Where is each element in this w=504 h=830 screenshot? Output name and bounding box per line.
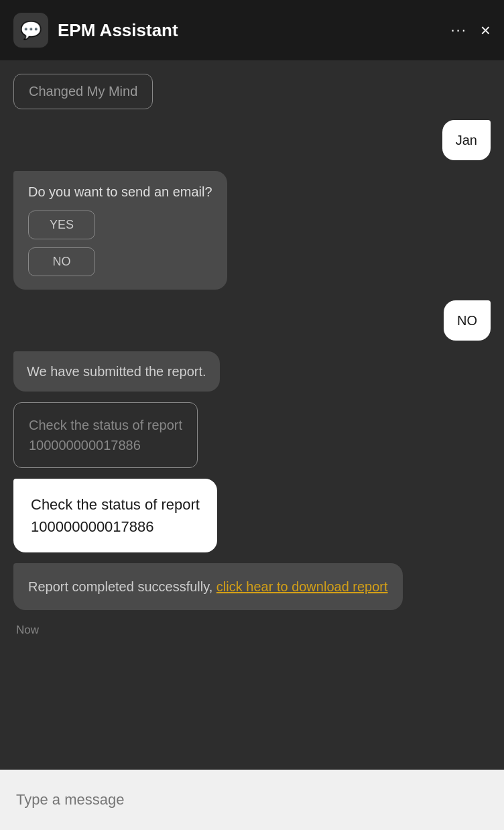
message-row-email-question: Do you want to send an email? YES NO [13, 171, 491, 290]
check-status-white-bubble: Check the status of report 1000000000178… [13, 479, 217, 552]
email-question-text: Do you want to send an email? [28, 184, 212, 200]
assistant-icon: 💬 [13, 13, 48, 48]
user-bubble-no: NO [444, 300, 491, 341]
check-status-line2: 100000000017886 [29, 435, 182, 455]
more-options-button[interactable]: ··· [450, 21, 466, 39]
changed-my-mind-button[interactable]: Changed My Mind [13, 74, 153, 109]
message-row-changed-mind: Changed My Mind [13, 74, 491, 109]
report-completed-bubble: Report completed successfully, click hea… [13, 563, 403, 610]
yes-button[interactable]: YES [28, 211, 95, 239]
message-row-check-status-outlined: Check the status of report 1000000000178… [13, 402, 491, 468]
chat-area: Changed My Mind Jan Do you want to send … [0, 60, 504, 770]
message-row-check-status-white: Check the status of report 1000000000178… [13, 479, 491, 552]
download-report-link[interactable]: click hear to download report [216, 579, 388, 594]
message-row-submitted: We have submitted the report. [13, 351, 491, 392]
chat-bubble-icon: 💬 [20, 20, 42, 41]
report-completed-text: Report completed successfully, [28, 579, 216, 594]
user-bubble-jan: Jan [442, 120, 491, 160]
no-button[interactable]: NO [28, 247, 95, 276]
message-input[interactable] [16, 791, 488, 809]
assistant-bubble-submitted: We have submitted the report. [13, 351, 220, 392]
message-row-jan: Jan [13, 120, 491, 160]
input-area [0, 770, 504, 830]
chat-header: 💬 EPM Assistant ··· × [0, 0, 504, 60]
message-row-report-completed: Report completed successfully, click hea… [13, 563, 491, 610]
message-row-no: NO [13, 300, 491, 341]
check-status-white-line1: Check the status of report [31, 493, 200, 516]
close-button[interactable]: × [481, 20, 491, 41]
header-actions: ··· × [450, 20, 491, 41]
check-status-outlined-box: Check the status of report 1000000000178… [13, 402, 198, 468]
check-status-line1: Check the status of report [29, 415, 182, 435]
email-question-bubble: Do you want to send an email? YES NO [13, 171, 227, 290]
message-timestamp: Now [13, 624, 491, 637]
check-status-white-line2: 100000000017886 [31, 516, 200, 538]
header-title: EPM Assistant [58, 20, 450, 41]
